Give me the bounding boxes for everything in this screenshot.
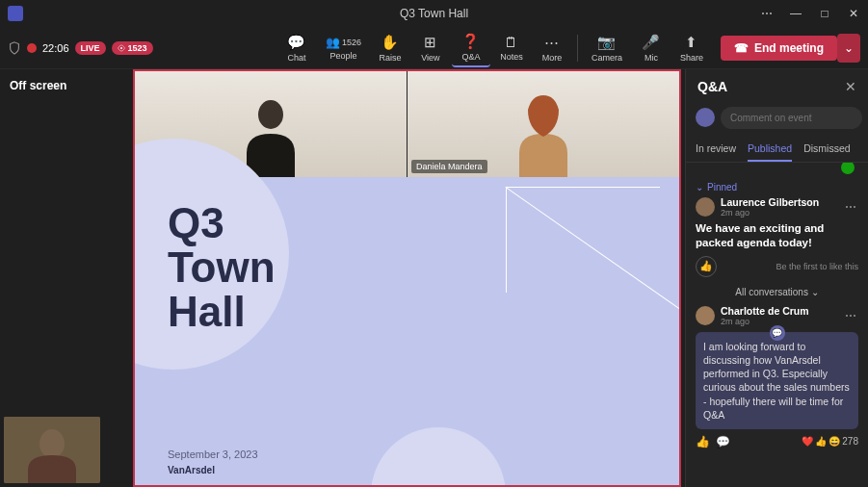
like-hint: Be the first to like this <box>776 262 858 271</box>
meeting-toolbar: 💬 Chat 👥1526 People ✋ Raise ⊞ View ❓ Q&A… <box>153 29 860 67</box>
offscreen-label: Off screen <box>10 79 66 92</box>
all-conversations-toggle[interactable]: All conversations ⌄ <box>696 287 858 297</box>
camera-button[interactable]: 📷 Camera <box>584 30 630 66</box>
video-tile[interactable]: Daniela Mandera <box>407 71 679 177</box>
qa-label: Q&A <box>461 52 480 62</box>
pinned-toggle[interactable]: ⌄ Pinned <box>696 182 858 192</box>
qa-post: Charlotte de Crum 2m ago ⋯ 💬 I am lookin… <box>696 305 858 449</box>
qa-button[interactable]: ❓ Q&A <box>452 29 490 67</box>
slide-title: Q3 Town Hall <box>168 201 276 335</box>
tab-dismissed[interactable]: Dismissed <box>803 137 850 162</box>
mic-button[interactable]: 🎤 Mic <box>632 30 671 66</box>
heart-icon: ❤️ <box>802 436 813 447</box>
raise-label: Raise <box>379 53 401 63</box>
chevron-down-icon: ⌄ <box>696 182 703 192</box>
chat-label: Chat <box>287 53 305 63</box>
view-button[interactable]: ⊞ View <box>411 30 450 66</box>
more-label: More <box>542 53 563 63</box>
post-header: Laurence Gilbertson 2m ago ⋯ <box>696 196 858 218</box>
post-author: Charlotte de Crum <box>721 305 809 317</box>
avatar <box>696 197 715 217</box>
view-label: View <box>421 53 439 63</box>
meeting-topbar: 22:06 LIVE 1523 💬 Chat 👥1526 People ✋ Ra… <box>0 27 868 69</box>
raise-hand-button[interactable]: ✋ Raise <box>371 30 409 66</box>
chevron-down-icon: ⌄ <box>811 287 819 297</box>
tab-in-review[interactable]: In review <box>696 137 736 162</box>
reply-text: I am looking forward to discussing how V… <box>703 341 850 421</box>
more-icon: ⋯ <box>544 34 559 51</box>
reaction-count: 278 <box>842 436 858 447</box>
pinned-label-text: Pinned <box>707 182 737 192</box>
post-author: Laurence Gilbertson <box>721 196 819 208</box>
slide-title-line: Town <box>168 245 276 290</box>
svg-point-1 <box>258 100 283 129</box>
like-button[interactable]: 👍 <box>696 435 710 449</box>
chat-button[interactable]: 💬 Chat <box>277 30 316 66</box>
qa-icon: ❓ <box>461 33 480 50</box>
slide-date: September 3, 2023 <box>168 449 258 460</box>
qa-post: Laurence Gilbertson 2m ago ⋯ We have an … <box>696 196 858 277</box>
qa-panel: Q&A ✕ 💬⌄ In review Published Dismissed ⌄… <box>685 69 868 487</box>
viewer-count-badge: 1523 <box>112 41 153 55</box>
avatar <box>696 108 715 127</box>
post-actions: 👍 Be the first to like this <box>696 256 858 277</box>
window-title: Q3 Town Hall <box>400 7 468 20</box>
titlebar: Q3 Town Hall ⋯ ― □ ✕ <box>0 0 868 27</box>
minimize-button[interactable]: ― <box>781 0 810 27</box>
status-area: 22:06 LIVE 1523 <box>8 41 153 55</box>
comment-row: 💬⌄ <box>696 106 858 129</box>
laugh-icon: 😄 <box>829 436 840 447</box>
post-more-button[interactable]: ⋯ <box>843 309 858 322</box>
people-count: 1526 <box>342 38 361 47</box>
hand-icon: ✋ <box>381 34 399 51</box>
comment-input[interactable] <box>721 107 862 129</box>
notes-button[interactable]: 🗒 Notes <box>492 30 531 65</box>
phone-down-icon: ☎ <box>734 41 749 55</box>
qa-close-button[interactable]: ✕ <box>845 79 856 94</box>
slide-title-line: Q3 <box>168 201 276 245</box>
reaction-summary[interactable]: ❤️ 👍 😄 278 <box>802 436 858 447</box>
new-badge-icon <box>841 163 855 174</box>
mic-icon: 🎤 <box>642 34 660 51</box>
qa-tabs: In review Published Dismissed <box>686 137 868 163</box>
window-controls: ⋯ ― □ ✕ <box>752 0 868 27</box>
tab-published[interactable]: Published <box>748 137 792 162</box>
shared-slide: Q3 Town Hall September 3, 2023 VanArsdel <box>135 177 679 485</box>
end-meeting-button[interactable]: ☎ End meeting <box>721 36 837 61</box>
svg-point-4 <box>39 429 65 458</box>
more-button[interactable]: ⋯ More <box>533 30 571 66</box>
camera-label: Camera <box>592 53 622 63</box>
self-view[interactable] <box>4 417 100 483</box>
post-more-button[interactable]: ⋯ <box>843 200 858 214</box>
slide-title-line: Hall <box>168 290 276 334</box>
share-label: Share <box>680 53 703 63</box>
post-text: We have an exciting and packed agenda to… <box>696 221 858 250</box>
end-meeting-dropdown[interactable]: ⌄ <box>837 34 860 63</box>
people-icon: 👥1526 <box>326 36 361 49</box>
post-reply: 💬 I am looking forward to discussing how… <box>696 332 858 429</box>
post-reactions: 👍 💬 ❤️ 👍 😄 278 <box>696 435 858 449</box>
shield-icon <box>8 41 21 55</box>
maximize-button[interactable]: □ <box>810 0 839 27</box>
stage: Off screen Charlotte de Crum Daniela Man… <box>0 69 685 487</box>
thumb-icon: 👍 <box>815 436 827 447</box>
like-button[interactable]: 👍 <box>696 256 717 277</box>
notes-icon: 🗒 <box>504 34 518 50</box>
people-label: People <box>329 51 356 61</box>
notes-label: Notes <box>500 52 523 62</box>
svg-point-0 <box>120 47 122 49</box>
more-window-button[interactable]: ⋯ <box>752 0 781 27</box>
share-button[interactable]: ⬆ Share <box>672 30 711 66</box>
presented-content: Charlotte de Crum Daniela Mandera Q3 Tow… <box>133 69 681 487</box>
main-area: Off screen Charlotte de Crum Daniela Man… <box>0 69 868 487</box>
all-conversations-label: All conversations <box>735 287 808 297</box>
qa-title: Q&A <box>697 79 727 94</box>
grid-icon: ⊞ <box>424 34 436 51</box>
camera-icon: 📷 <box>597 34 616 51</box>
close-button[interactable]: ✕ <box>839 0 868 27</box>
people-button[interactable]: 👥1526 People <box>318 32 369 64</box>
reply-avatar-icon: 💬 <box>770 325 785 341</box>
mic-label: Mic <box>644 53 658 63</box>
participant-name: Daniela Mandera <box>411 160 487 173</box>
comment-button[interactable]: 💬 <box>716 435 730 449</box>
